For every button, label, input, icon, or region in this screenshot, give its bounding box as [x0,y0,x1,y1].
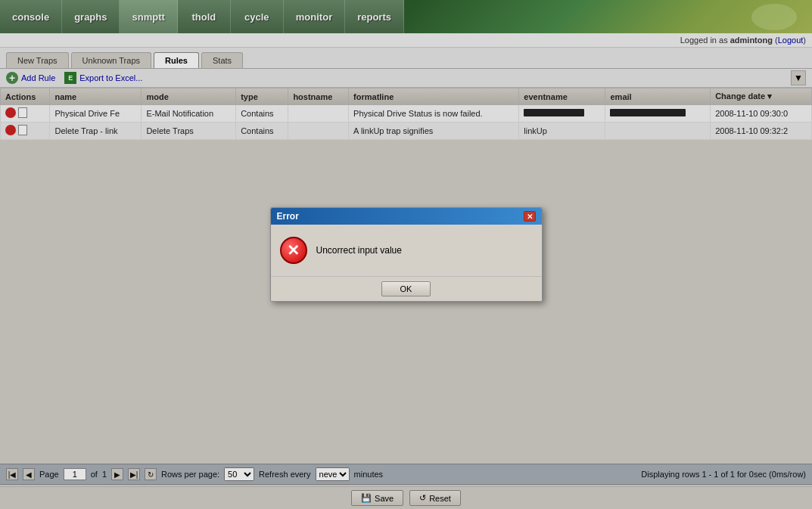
dialog-titlebar: Error ✕ [271,208,542,225]
error-icon: ✕ [280,237,307,264]
ok-button[interactable]: OK [381,281,431,296]
dialog-title: Error [277,211,299,222]
dialog-message: Uncorrect input value [316,245,402,256]
error-dialog: Error ✕ ✕ Uncorrect input value OK [270,207,543,302]
dialog-footer: OK [271,276,542,301]
dialog-close-button[interactable]: ✕ [524,211,536,222]
dialog-body: ✕ Uncorrect input value [271,225,542,276]
modal-overlay: Error ✕ ✕ Uncorrect input value OK [0,0,812,509]
